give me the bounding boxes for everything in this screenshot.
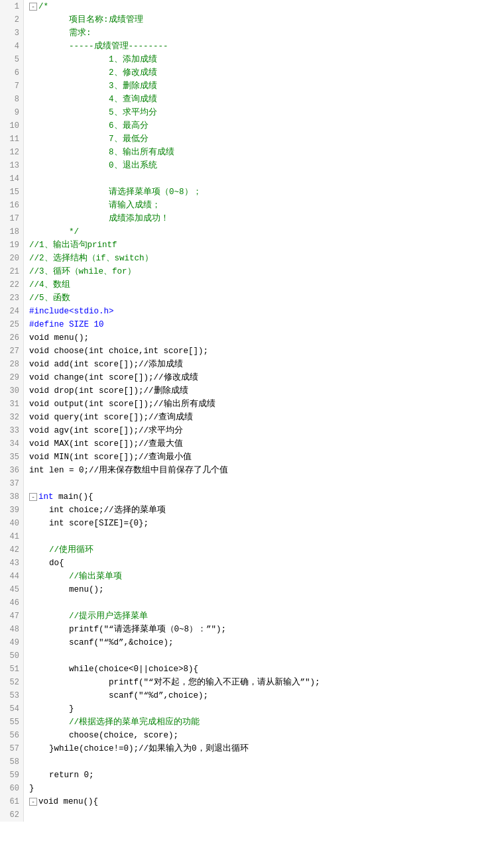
code-line: 请选择菜单项（0~8）；: [29, 186, 490, 199]
code-line: //输出菜单项: [29, 570, 490, 583]
code-line: 6、最高分: [29, 119, 490, 133]
code-token: int len = 0;//用来保存数组中目前保存了几个值: [29, 466, 228, 475]
code-token: 需求:: [29, 28, 92, 38]
code-token: 4、查询成绩: [29, 95, 157, 104]
code-token: printf("“对不起，您的输入不正确，请从新输入”");: [29, 678, 320, 687]
code-token: return 0;: [29, 771, 94, 780]
code-line: 2、修改成绩: [29, 66, 490, 80]
line-number: 4: [0, 40, 23, 53]
code-token: void query(int score[]);//查询成绩: [29, 413, 193, 422]
code-token: int choice;//选择的菜单项: [29, 506, 166, 515]
code-line: 请输入成绩；: [29, 199, 490, 212]
line-number: 54: [0, 702, 23, 716]
line-number: 20: [0, 252, 23, 265]
code-line: [29, 530, 490, 543]
line-number: 13: [0, 159, 23, 172]
line-number: 57: [0, 742, 23, 755]
code-token: 1、添加成绩: [29, 55, 157, 64]
line-number: 44: [0, 570, 23, 583]
line-number: 42: [0, 543, 23, 557]
code-line: 0、退出系统: [29, 159, 490, 172]
line-number: 16: [0, 199, 23, 212]
code-line: //5、函数: [29, 292, 490, 305]
code-token: 6、最高分: [29, 121, 149, 131]
code-line: #define SIZE 10: [29, 318, 490, 331]
code-content[interactable]: -/* 项目名称:成绩管理 需求: -----成绩管理-------- 1、添加…: [24, 0, 490, 822]
code-line: [29, 172, 490, 186]
code-token: void add(int score[]);//添加成绩: [29, 360, 183, 369]
code-token: */: [29, 227, 79, 237]
code-token: }while(choice!=0);//如果输入为0，则退出循环: [29, 744, 249, 753]
line-number: 31: [0, 398, 23, 411]
code-token: void drop(int score[]);//删除成绩: [29, 386, 188, 396]
code-token: 7、最低分: [29, 135, 149, 144]
code-line: }: [29, 782, 490, 795]
line-number: 34: [0, 437, 23, 451]
code-line: //使用循环: [29, 543, 490, 557]
code-line: choose(choice, score);: [29, 729, 490, 742]
code-token: void MIN(int score[]);//查询最小值: [29, 453, 192, 462]
code-line: printf("“对不起，您的输入不正确，请从新输入”");: [29, 676, 490, 689]
line-number: 29: [0, 371, 23, 384]
code-line: //3、循环（while、for）: [29, 265, 490, 278]
code-token: menu();: [29, 585, 104, 594]
code-token: int: [38, 492, 54, 502]
code-line: void menu();: [29, 331, 490, 345]
line-number: 58: [0, 755, 23, 769]
code-line: 5、求平均分: [29, 106, 490, 119]
code-line: 需求:: [29, 27, 490, 40]
code-token: //3、循环（while、for）: [29, 267, 136, 276]
code-line: [29, 755, 490, 769]
line-number: 1: [0, 0, 23, 13]
code-line: 7、最低分: [29, 133, 490, 146]
code-token: 成绩添加成功！: [29, 214, 169, 223]
line-number: 50: [0, 649, 23, 663]
code-token: scanf("“%d”,&choice);: [29, 638, 174, 647]
code-token: void MAX(int score[]);//查最大值: [29, 439, 183, 449]
line-number: 22: [0, 278, 23, 292]
fold-icon[interactable]: -: [29, 493, 37, 501]
line-number: 2: [0, 13, 23, 27]
code-token: printf("“请选择菜单项（0~8）：”");: [29, 625, 226, 634]
code-line: int len = 0;//用来保存数组中目前保存了几个值: [29, 464, 490, 477]
line-number: 3: [0, 27, 23, 40]
code-line: void MAX(int score[]);//查最大值: [29, 437, 490, 451]
code-line: */: [29, 225, 490, 239]
code-editor: 1234567891011121314151617181920212223242…: [0, 0, 490, 868]
code-line: do{: [29, 557, 490, 570]
code-line: void output(int score[]);//输出所有成绩: [29, 398, 490, 411]
code-line: void choose(int choice,int score[]);: [29, 345, 490, 358]
code-token: main(){: [54, 492, 93, 502]
line-number: 10: [0, 119, 23, 133]
fold-icon[interactable]: -: [29, 798, 37, 806]
code-line: //提示用户选择菜单: [29, 610, 490, 623]
line-number: 15: [0, 186, 23, 199]
line-number: 24: [0, 305, 23, 318]
code-token: 项目名称:成绩管理: [29, 15, 143, 25]
code-token: int score[SIZE]={0};: [29, 519, 149, 528]
code-line: return 0;: [29, 769, 490, 782]
line-number: 18: [0, 225, 23, 239]
line-number: 11: [0, 133, 23, 146]
code-token: 2、修改成绩: [29, 68, 157, 78]
code-line: void add(int score[]);//添加成绩: [29, 358, 490, 371]
code-token: //2、选择结构（if、switch）: [29, 254, 153, 263]
line-number: 53: [0, 689, 23, 702]
line-number: 6: [0, 66, 23, 80]
line-number: 25: [0, 318, 23, 331]
line-number: 45: [0, 583, 23, 596]
line-number: 35: [0, 451, 23, 464]
line-number: 14: [0, 172, 23, 186]
line-number: 55: [0, 716, 23, 729]
code-line: void query(int score[]);//查询成绩: [29, 411, 490, 424]
code-area: 1234567891011121314151617181920212223242…: [0, 0, 490, 822]
code-token: /*: [38, 2, 48, 11]
code-token: //提示用户选择菜单: [29, 612, 148, 621]
code-line: [29, 596, 490, 610]
code-line: [29, 477, 490, 490]
fold-icon[interactable]: -: [29, 3, 37, 11]
code-line: 成绩添加成功！: [29, 212, 490, 225]
code-token: 3、删除成绩: [29, 81, 157, 91]
code-line: 8、输出所有成绩: [29, 146, 490, 159]
code-token: do{: [29, 559, 64, 568]
